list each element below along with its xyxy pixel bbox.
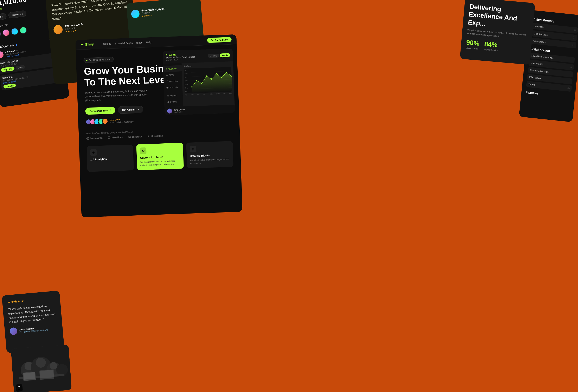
feature-custom-attributes: ⚙ Custom Attributes We also provide vari… (136, 143, 184, 170)
dw-toggle: Monthly Yearly (207, 53, 230, 58)
quick-transfer-label: Quick transfer (0, 23, 8, 28)
products-icon: ◉ (166, 86, 168, 89)
dw-nav-support[interactable]: ◎ Support (164, 92, 183, 99)
dw-nav-overview[interactable]: ⌂ Overview (163, 65, 182, 72)
nav-get-started-button[interactable]: Get Started Now (207, 37, 232, 43)
dw-tab-yearly[interactable]: Yearly (220, 53, 230, 57)
feature-detailed-blocks: ⊞ Detailed Blocks We offer intuitive int… (186, 141, 234, 169)
delivery-stats: 90% Success Rate 84% Repeat Service (466, 39, 527, 54)
dw-nav-products[interactable]: ◉ Products (164, 84, 183, 90)
notif-indicator (15, 44, 17, 46)
analytics-feature-icon: ⊘ (90, 149, 97, 156)
stat-repeat: 84% Repeat Service (484, 40, 499, 52)
transfer-avatar-3[interactable] (11, 27, 19, 35)
dw-user-role: Lab Studio (174, 111, 186, 113)
nav-links: Demos Essential Pages Blogs Help (103, 41, 151, 45)
features-section: ⊘ ...d Analytics ⚙ Custom Attributes We … (79, 138, 241, 175)
dw-main: Analysis Sat Sun Mon Tue Wed Thu Fri (182, 61, 235, 106)
custom-attr-icon: ⚙ (140, 147, 146, 154)
transfer-avatar-2[interactable] (2, 29, 10, 37)
brand-bitburst: ≋ BitBurst (128, 134, 142, 139)
website-preview-card: ✦ Glimp Demos Essential Pages Blogs Help… (75, 35, 242, 218)
logo-icon: ✦ (81, 42, 84, 47)
feature-analytics: ⊘ ...d Analytics (87, 145, 134, 172)
nav-blogs[interactable]: Blogs (136, 41, 143, 44)
dw-tab-monthly[interactable]: Monthly (207, 53, 219, 58)
analytics-icon: ↗ (166, 80, 168, 83)
feature-title-custom: Custom Attributes (140, 155, 180, 160)
team-card: Ξ (11, 345, 72, 392)
send-arrow-icon: ↓ (2, 15, 3, 18)
brand-minimatrix: ✦ MiniMatrix (147, 134, 163, 138)
review-avatar (9, 327, 18, 335)
dw-user-name: Jane Cooper (174, 108, 186, 111)
setting-icon: ⊡ (167, 100, 169, 103)
stat-repeat-value: 84% (484, 40, 499, 49)
hero-tag-dot (86, 60, 88, 61)
hero-tag: Say Hello To All Glimp (83, 57, 114, 63)
logo-text: Glimp (85, 42, 94, 46)
t2-person: Savannah Nguyen Customer ★★★★★ (131, 4, 197, 18)
analysis-chart: Sat Sun Mon Tue Wed Thu Fri (184, 67, 232, 93)
nav-help[interactable]: Help (146, 41, 151, 44)
dw-nav-setting[interactable]: ⊡ Setting (164, 98, 183, 105)
send-button[interactable]: Send ↓ (0, 13, 7, 21)
dw-nav-analytics[interactable]: ↗ Analytics (163, 78, 182, 84)
review-text: "Glim's web design exceeded my expectati… (8, 303, 57, 325)
svg-rect-24 (23, 372, 35, 380)
connect-button[interactable]: Connect (3, 83, 16, 88)
social-rating: ★★★★★ 325k Satisfied Customers (110, 118, 134, 124)
notifications-title: Notifications (0, 43, 17, 49)
feature-title-analytics: ...d Analytics (90, 157, 130, 161)
feature-title-blocks: Detailed Blocks (190, 153, 230, 158)
review-person: Jane Cooper Co-Founder @Fusion Horizons (9, 324, 58, 335)
files-info-icon: ⓘ (572, 44, 574, 47)
social-proof: ★★★★★ 325k Satisfied Customers (86, 114, 232, 125)
hero-section: Say Hello To All Glimp Grow Your Busines… (76, 44, 240, 129)
brand-nanovista: ◎ NanoVista (86, 136, 103, 140)
bitburst-icon: ≋ (128, 135, 131, 139)
pixelflare-icon: ⬡ (107, 135, 110, 139)
t2-avatar (131, 9, 140, 18)
later-button[interactable]: Later (15, 65, 25, 70)
collab-options: Real-Time Collabora... Link Sharing ⓘ Co… (526, 53, 575, 92)
home-icon: ⌂ (166, 67, 167, 70)
api-icon: ◈ (166, 73, 168, 76)
analysis-label: Analysis (184, 64, 231, 67)
hero-description: Starting a business can be daunting, but… (85, 88, 151, 103)
receive-button[interactable]: Receive ↓ (8, 10, 27, 19)
testimonial-quote-1: "I Can't Express How Much This SaaS Solu… (51, 0, 129, 21)
dw-sidebar: ⌂ Overview ◈ API's ↗ Analytics ◉ Product… (163, 63, 183, 107)
review-card: ★★★★★ "Glim's web design exceeded my exp… (2, 291, 64, 353)
features-label: Features (525, 90, 571, 99)
review-stars: ★★★★★ (7, 296, 55, 305)
dw-nav-apis[interactable]: ◈ API's (163, 71, 182, 78)
nav-essential[interactable]: Essential Pages (115, 42, 133, 45)
support-icon: ◎ (167, 94, 169, 97)
svg-line-0 (191, 71, 231, 73)
nanovista-icon: ◎ (86, 136, 89, 140)
dw-user-avatar (167, 109, 172, 114)
guest-info-icon: ⓘ (573, 36, 575, 39)
transfer-avatar-4[interactable] (19, 26, 27, 34)
receive-arrow-icon: ↓ (22, 13, 23, 15)
pay-now-button[interactable]: Pay now (1, 66, 15, 72)
brand-pixelflare: ⬡ PixelFlare (107, 135, 123, 140)
nav-logo: ✦ Glimp (81, 42, 94, 47)
get-demo-button[interactable]: Get A Demo ↗ (118, 106, 143, 114)
notif-avatar-1 (0, 51, 4, 58)
get-started-button[interactable]: Get started Now ↗ (85, 107, 115, 115)
transfer-avatar-1[interactable] (0, 30, 1, 38)
dashboard-widget: ✦ Glimp Welcome Back, Jane Copper May 10… (162, 48, 235, 115)
dw-body: ⌂ Overview ◈ API's ↗ Analytics ◉ Product… (163, 61, 235, 107)
feature-desc-custom: We also provide various customization op… (140, 159, 180, 167)
dw-logo-icon: ✦ (166, 53, 168, 56)
delivery-card: Delivering Excellence And Exp... We prid… (460, 0, 535, 65)
social-avatars (86, 118, 108, 125)
nav-demos[interactable]: Demos (103, 42, 111, 45)
stat-success-value: 90% (466, 39, 480, 47)
social-avatar-5 (102, 118, 108, 124)
delivery-title: Delivering Excellence And Exp... (468, 2, 530, 31)
svg-rect-26 (40, 370, 54, 378)
pricing-options: Members ⓘ Guest Access ⓘ File Uploads ⓘ (531, 23, 578, 48)
